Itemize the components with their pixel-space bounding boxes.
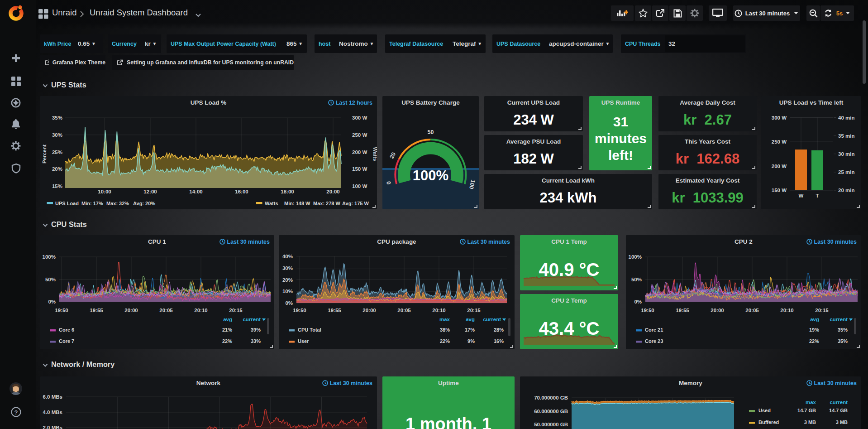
svg-text:40%: 40%: [282, 254, 293, 259]
svg-text:40 min: 40 min: [838, 115, 854, 121]
svg-text:35 min: 35 min: [838, 133, 854, 139]
svg-text:?: ?: [14, 409, 18, 416]
svg-text:250 W: 250 W: [772, 139, 787, 145]
svg-text:CPU Total: CPU Total: [298, 327, 321, 333]
svg-text:28%: 28%: [494, 327, 504, 333]
svg-text:Watts: Watts: [372, 147, 377, 161]
svg-text:150 W: 150 W: [352, 166, 367, 172]
svg-text:50%: 50%: [631, 277, 642, 282]
svg-text:30 min: 30 min: [838, 151, 854, 157]
svg-text:25 min: 25 min: [838, 169, 854, 175]
svg-text:Max: 278 W: Max: 278 W: [313, 201, 341, 206]
svg-text:Used: Used: [758, 408, 771, 413]
svg-text:60.000000 GB: 60.000000 GB: [534, 409, 568, 414]
svg-text:22%: 22%: [222, 338, 232, 344]
svg-text:250 W: 250 W: [352, 132, 367, 138]
svg-text:20:10: 20:10: [194, 308, 207, 313]
svg-text:2.0 MBs: 2.0 MBs: [43, 425, 62, 429]
svg-text:0%: 0%: [634, 299, 642, 304]
svg-text:300 W: 300 W: [352, 115, 367, 121]
svg-text:10%: 10%: [282, 289, 293, 294]
svg-text:19:50: 19:50: [641, 308, 654, 313]
svg-text:100 W: 100 W: [352, 183, 367, 189]
svg-text:20:05: 20:05: [745, 308, 759, 313]
svg-text:20:00: 20:00: [124, 308, 138, 313]
svg-text:3 MB: 3 MB: [804, 419, 816, 425]
svg-text:50: 50: [428, 129, 434, 135]
svg-text:19:55: 19:55: [328, 308, 341, 313]
svg-text:current: current: [243, 317, 261, 322]
svg-text:Min: 148 W: Min: 148 W: [284, 201, 310, 206]
svg-text:0%: 0%: [285, 300, 293, 306]
svg-text:3 MB: 3 MB: [836, 419, 848, 425]
svg-text:User: User: [298, 338, 309, 344]
svg-text:16%: 16%: [494, 338, 504, 344]
svg-text:14.7 GB: 14.7 GB: [829, 408, 848, 413]
svg-text:20:15: 20:15: [229, 308, 243, 313]
svg-text:Core 21: Core 21: [645, 327, 663, 333]
svg-text:33%: 33%: [251, 338, 261, 344]
svg-text:12:00: 12:00: [143, 189, 157, 194]
svg-text:avg: avg: [810, 317, 819, 322]
svg-text:avg: avg: [223, 317, 232, 322]
svg-text:18:00: 18:00: [281, 189, 294, 194]
svg-text:17%: 17%: [465, 327, 475, 333]
svg-text:Buffered: Buffered: [758, 419, 779, 425]
svg-text:38%: 38%: [440, 327, 450, 333]
svg-text:70.000000 GB: 70.000000 GB: [534, 395, 568, 400]
svg-text:19:50: 19:50: [55, 308, 68, 313]
svg-text:max: max: [806, 400, 816, 405]
svg-text:0%: 0%: [48, 299, 56, 304]
svg-text:150 W: 150 W: [772, 188, 787, 193]
svg-text:Core 6: Core 6: [59, 327, 74, 333]
svg-text:15%: 15%: [52, 183, 62, 189]
svg-text:20:15: 20:15: [815, 308, 829, 313]
svg-text:current: current: [830, 317, 848, 322]
svg-text:20 min: 20 min: [838, 188, 854, 193]
svg-text:19%: 19%: [809, 327, 819, 333]
svg-text:max: max: [439, 317, 450, 322]
svg-text:14:00: 14:00: [189, 189, 202, 194]
svg-text:20:15: 20:15: [467, 308, 481, 313]
svg-text:100%: 100%: [43, 254, 56, 260]
svg-text:W: W: [799, 193, 804, 198]
svg-text:19:50: 19:50: [293, 308, 306, 313]
svg-text:current: current: [483, 317, 501, 322]
svg-text:35%: 35%: [52, 115, 62, 121]
svg-text:300 W: 300 W: [772, 115, 787, 121]
svg-text:T: T: [816, 193, 819, 198]
svg-text:39%: 39%: [251, 327, 261, 333]
svg-text:Avg: 175 W: Avg: 175 W: [342, 201, 369, 206]
svg-text:50.000000 GB: 50.000000 GB: [534, 422, 568, 427]
svg-text:200 W: 200 W: [772, 164, 787, 169]
svg-text:100%: 100%: [629, 254, 642, 260]
svg-text:20:00: 20:00: [711, 308, 724, 313]
svg-text:20:10: 20:10: [780, 308, 793, 313]
svg-text:14.7 GB: 14.7 GB: [797, 408, 816, 413]
svg-text:Watts: Watts: [265, 201, 278, 206]
svg-text:Core 23: Core 23: [645, 338, 663, 344]
svg-text:20:05: 20:05: [159, 308, 173, 313]
svg-text:20:10: 20:10: [432, 308, 445, 313]
svg-text:21%: 21%: [222, 327, 232, 333]
svg-text:19:55: 19:55: [90, 308, 103, 313]
svg-text:100%: 100%: [413, 168, 448, 183]
svg-text:50%: 50%: [45, 277, 56, 282]
svg-text:22%: 22%: [440, 338, 450, 344]
svg-text:20:05: 20:05: [397, 308, 411, 313]
svg-text:20:00: 20:00: [326, 189, 339, 194]
svg-text:30%: 30%: [282, 265, 293, 271]
svg-text:current: current: [830, 400, 848, 405]
svg-text:Max: 32%: Max: 32%: [106, 201, 129, 206]
svg-text:9%: 9%: [467, 338, 475, 344]
svg-text:avg: avg: [466, 317, 475, 322]
svg-text:Avg: 20%: Avg: 20%: [133, 201, 155, 206]
svg-text:19:55: 19:55: [676, 308, 689, 313]
svg-text:20:00: 20:00: [362, 308, 376, 313]
svg-text:35%: 35%: [838, 338, 848, 344]
svg-text:Min: 17%: Min: 17%: [81, 201, 103, 206]
svg-text:30%: 30%: [52, 132, 62, 138]
svg-text:20%: 20%: [282, 277, 293, 283]
svg-text:UPS Load: UPS Load: [55, 201, 79, 206]
svg-text:25%: 25%: [52, 149, 62, 155]
